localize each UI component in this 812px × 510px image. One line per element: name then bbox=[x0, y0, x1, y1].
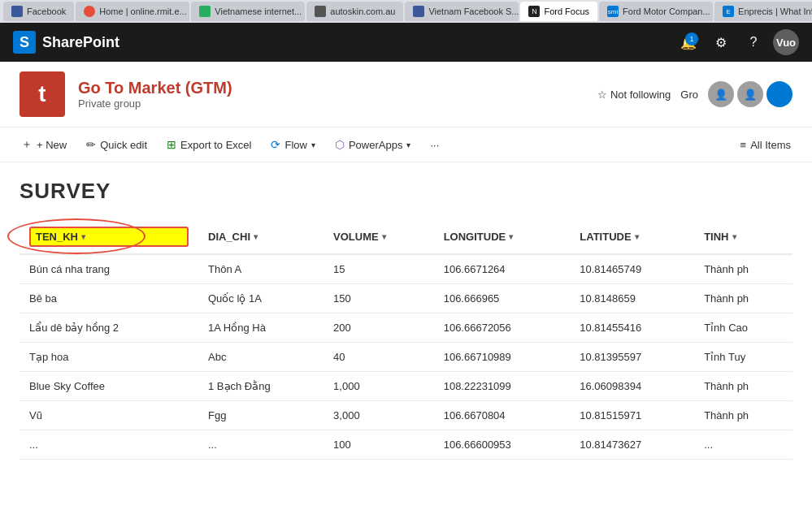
tab-label: autoskin.com.au bbox=[330, 6, 395, 16]
table-row: VũFgg3,000106.667080410.81515971Thành ph bbox=[20, 401, 792, 430]
cell-ten_kh: Blue Sky Coffee bbox=[20, 372, 198, 401]
sp-header-right: 🔔 1 ⚙ ? Vuo bbox=[675, 29, 799, 55]
facebook-favicon bbox=[11, 6, 23, 17]
notification-bell[interactable]: 🔔 1 bbox=[675, 29, 701, 55]
col-dia-chi[interactable]: DIA_CHI ▾ bbox=[198, 220, 323, 254]
col-longitude[interactable]: LONGITUDE ▾ bbox=[434, 220, 571, 254]
member-avatar-1[interactable]: 👤 bbox=[708, 81, 734, 107]
tab-enprecis[interactable]: E Enprecis | What Info... bbox=[714, 2, 812, 21]
cell-tinh: Thành ph bbox=[694, 372, 792, 401]
tab-label: Ford Motor Compan... bbox=[623, 6, 710, 16]
table-row: Blue Sky Coffee1 Bạch Đằng1,000108.22231… bbox=[20, 372, 792, 401]
member-avatar-3[interactable] bbox=[766, 81, 792, 107]
col-latitude[interactable]: LATITUDE ▾ bbox=[570, 220, 694, 254]
cell-longitude: 108.22231099 bbox=[434, 372, 571, 401]
cell-volume: 3,000 bbox=[323, 401, 434, 430]
toolbar: ＋ + New ✏ Quick edit ⊞ Export to Excel ⟳… bbox=[0, 128, 812, 162]
help-icon[interactable]: ? bbox=[740, 29, 766, 55]
tab-facebook[interactable]: Facebook bbox=[3, 2, 74, 21]
tab-autoskin[interactable]: autoskin.com.au bbox=[306, 2, 403, 21]
browser-tabs: Facebook Home | online.rmit.e... Vietnam… bbox=[0, 0, 812, 23]
group-label: Gro bbox=[680, 89, 698, 101]
sp-logo-icon: S bbox=[13, 31, 36, 54]
tab-vn-fb[interactable]: Vietnam Facebook S... bbox=[405, 2, 519, 21]
member-avatar-2[interactable]: 👤 bbox=[737, 81, 763, 107]
cell-dia_chi: 1A Hồng Hà bbox=[198, 313, 323, 343]
not-following-btn[interactable]: ☆ Not following bbox=[597, 89, 671, 101]
col-ten-kh[interactable]: TEN_KH ▾ bbox=[20, 220, 198, 254]
settings-icon[interactable]: ⚙ bbox=[708, 29, 734, 55]
site-subtitle: Private group bbox=[78, 97, 232, 110]
new-icon: ＋ bbox=[21, 137, 33, 152]
cell-tinh: Thành ph bbox=[694, 254, 792, 284]
cell-longitude: 106.6670804 bbox=[434, 401, 571, 430]
sort-icon-volume: ▾ bbox=[382, 232, 386, 241]
site-header: t Go To Market (GTM) Private group ☆ Not… bbox=[0, 62, 812, 128]
more-button[interactable]: ··· bbox=[422, 134, 447, 156]
tab-label: Home | online.rmit.e... bbox=[99, 6, 186, 16]
enprecis-favicon: E bbox=[723, 6, 734, 17]
auto-favicon bbox=[315, 6, 326, 17]
col-tinh[interactable]: TINH ▾ bbox=[694, 220, 792, 254]
vn-favicon bbox=[199, 6, 211, 17]
cell-ten_kh: Bê ba bbox=[20, 284, 198, 313]
tab-label: Enprecis | What Info... bbox=[738, 6, 812, 16]
content-area: SURVEY TEN_KH ▾ DIA_CHI ▾ bbox=[0, 162, 812, 460]
cell-longitude: 106.66600953 bbox=[434, 430, 571, 460]
tab-ford-motor[interactable]: smi Ford Motor Compan... bbox=[599, 2, 713, 21]
tab-vn[interactable]: Vietnamese internet... bbox=[191, 2, 305, 21]
new-button[interactable]: ＋ + New bbox=[13, 132, 75, 157]
table-row: ......100106.6660095310.81473627... bbox=[20, 430, 792, 460]
notification-badge: 1 bbox=[685, 32, 698, 45]
tab-ford-focus[interactable]: N Ford Focus bbox=[520, 2, 597, 21]
cell-volume: 200 bbox=[323, 313, 434, 343]
cell-ten_kh: Vũ bbox=[20, 401, 198, 430]
col-volume[interactable]: VOLUME ▾ bbox=[323, 220, 434, 254]
table-row: Bún cá nha trangThôn A15106.667126410.81… bbox=[20, 254, 792, 284]
sort-icon-dia-chi: ▾ bbox=[254, 232, 258, 241]
user-avatar[interactable]: Vuo bbox=[773, 29, 799, 55]
cell-longitude: 106.66710989 bbox=[434, 343, 571, 372]
cell-dia_chi: Quốc lộ 1A bbox=[198, 284, 323, 313]
not-following-label: Not following bbox=[610, 89, 671, 101]
cell-longitude: 106.66672056 bbox=[434, 313, 571, 343]
sort-icon-tinh: ▾ bbox=[732, 232, 736, 241]
all-items-button[interactable]: ≡ All Items bbox=[732, 134, 799, 156]
export-excel-button[interactable]: ⊞ Export to Excel bbox=[158, 133, 259, 156]
cell-volume: 40 bbox=[323, 343, 434, 372]
vn-fb-favicon bbox=[413, 6, 424, 17]
sp-header: S SharePoint 🔔 1 ⚙ ? Vuo bbox=[0, 23, 812, 62]
sort-icon-latitude: ▾ bbox=[635, 232, 639, 241]
cell-tinh: Tỉnh Tuy bbox=[694, 343, 792, 372]
cell-dia_chi: 1 Bạch Đằng bbox=[198, 372, 323, 401]
toolbar-right: ≡ All Items bbox=[732, 134, 799, 156]
cell-tinh: Thành ph bbox=[694, 284, 792, 313]
star-icon: ☆ bbox=[597, 89, 607, 101]
tab-label: Facebook bbox=[27, 6, 66, 16]
sp-logo[interactable]: S SharePoint bbox=[13, 31, 119, 54]
cell-latitude: 10.81465749 bbox=[570, 254, 694, 284]
site-logo: t bbox=[20, 71, 65, 117]
quick-edit-button[interactable]: ✏ Quick edit bbox=[78, 133, 155, 156]
cell-dia_chi: Fgg bbox=[198, 401, 323, 430]
tab-rmit[interactable]: Home | online.rmit.e... bbox=[76, 2, 189, 21]
powerapps-button[interactable]: ⬡ PowerApps ▾ bbox=[327, 133, 419, 156]
list-icon: ≡ bbox=[740, 139, 747, 151]
ford-motor-favicon: smi bbox=[607, 6, 619, 17]
sort-icon-longitude: ▾ bbox=[509, 232, 513, 241]
cell-ten_kh: Bún cá nha trang bbox=[20, 254, 198, 284]
cell-latitude: 10.81455416 bbox=[570, 313, 694, 343]
flow-button[interactable]: ⟳ Flow ▾ bbox=[263, 133, 323, 156]
site-title: Go To Market (GTM) bbox=[78, 79, 232, 97]
cell-volume: 15 bbox=[323, 254, 434, 284]
cell-latitude: 16.06098394 bbox=[570, 372, 694, 401]
cell-volume: 100 bbox=[323, 430, 434, 460]
site-header-right: ☆ Not following Gro 👤 👤 bbox=[597, 81, 792, 107]
tab-label: Ford Focus bbox=[544, 6, 589, 16]
rmit-favicon bbox=[84, 6, 95, 17]
cell-ten_kh: ... bbox=[20, 430, 198, 460]
ford-focus-favicon: N bbox=[528, 6, 540, 17]
cell-volume: 150 bbox=[323, 284, 434, 313]
cell-volume: 1,000 bbox=[323, 372, 434, 401]
table-row: Lẩu dê bảy hồng 21A Hồng Hà200106.666720… bbox=[20, 313, 792, 343]
